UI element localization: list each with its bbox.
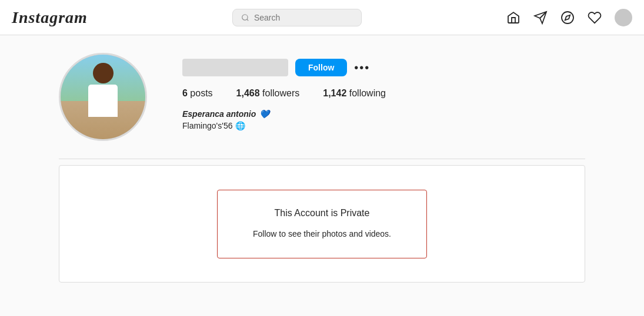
svg-point-4 (562, 12, 573, 23)
heart-icon: 💙 (259, 109, 269, 119)
profile-desc-text: Flamingo's'56 (182, 121, 233, 130)
header-icons (506, 9, 632, 26)
profile-avatar (59, 53, 147, 141)
send-icon[interactable] (533, 11, 548, 25)
search-input[interactable] (254, 13, 353, 22)
svg-marker-6 (565, 15, 570, 19)
profile-description: Flamingo's'56 🌐 (182, 121, 585, 130)
follow-button[interactable]: Follow (295, 59, 347, 76)
username-row: Follow ••• (182, 59, 585, 76)
avatar-image (61, 55, 145, 139)
profile-bio: Esperanca antonio 💙 Flamingo's'56 🌐 (182, 109, 585, 130)
header: Instagram (0, 0, 644, 35)
avatar-head (93, 63, 114, 83)
globe-icon: 🌐 (235, 121, 245, 130)
private-description: Follow to see their photos and videos. (253, 228, 391, 240)
avatar-figure (82, 63, 124, 122)
search-bar[interactable] (232, 9, 362, 26)
search-wrapper (88, 9, 506, 26)
more-options-button[interactable]: ••• (354, 61, 370, 75)
posts-stat: 6 posts (182, 88, 213, 99)
profile-name: Esperanca antonio 💙 (182, 109, 585, 119)
profile-full-name: Esperanca antonio (182, 109, 256, 119)
main-content: Follow ••• 6 posts 1,468 followers 1,142… (47, 35, 597, 300)
following-stat[interactable]: 1,142 following (323, 88, 386, 99)
profile-info: Follow ••• 6 posts 1,468 followers 1,142… (182, 53, 585, 130)
followers-count: 1,468 (236, 88, 260, 98)
following-count: 1,142 (323, 88, 346, 98)
instagram-logo: Instagram (12, 8, 88, 27)
svg-line-1 (247, 19, 249, 21)
svg-point-0 (242, 14, 248, 19)
posts-label: posts (190, 88, 212, 98)
followers-stat[interactable]: 1,468 followers (236, 88, 300, 99)
private-title: This Account is Private (253, 208, 391, 218)
divider (59, 159, 585, 159)
private-box: This Account is Private Follow to see th… (217, 190, 427, 258)
profile-stats: 6 posts 1,468 followers 1,142 following (182, 88, 585, 99)
user-avatar[interactable] (615, 9, 632, 26)
followers-label: followers (262, 88, 299, 98)
private-section: This Account is Private Follow to see th… (59, 165, 585, 283)
compass-icon[interactable] (560, 11, 575, 25)
home-icon[interactable] (506, 11, 520, 25)
username-box (182, 59, 288, 76)
heart-icon[interactable] (588, 11, 602, 25)
profile-header: Follow ••• 6 posts 1,468 followers 1,142… (59, 53, 585, 141)
profile-avatar-wrapper (59, 53, 147, 141)
following-label: following (349, 88, 386, 98)
posts-count: 6 (182, 88, 188, 98)
avatar-body (88, 85, 118, 117)
search-icon (241, 14, 249, 22)
